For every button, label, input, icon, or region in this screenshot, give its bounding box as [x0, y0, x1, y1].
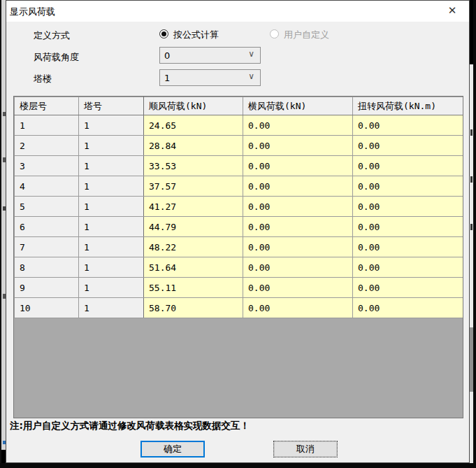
tower-cell[interactable]: 1: [79, 278, 144, 298]
torsion-cell[interactable]: 0.00: [353, 217, 463, 237]
background-bottom-strip: [0, 463, 476, 468]
table-row: 2 1 28.84 0.00 0.00: [15, 136, 463, 156]
chevron-down-icon: ∨: [248, 49, 254, 59]
table-row: 7 1 48.22 0.00 0.00: [15, 237, 463, 257]
torsion-cell[interactable]: 0.00: [353, 278, 463, 298]
tower-cell[interactable]: 1: [79, 156, 144, 176]
column-header-floor: 楼层号: [15, 97, 79, 115]
alongwind-cell[interactable]: 37.57: [144, 176, 243, 197]
ok-button[interactable]: 确定: [140, 441, 205, 458]
column-header-alongwind: 顺风荷载(kN): [144, 97, 243, 115]
floor-cell[interactable]: 3: [15, 156, 79, 176]
crosswind-cell[interactable]: 0.00: [243, 237, 353, 257]
background-left-strip: [0, 0, 6, 468]
tower-cell[interactable]: 1: [79, 136, 144, 156]
torsion-cell[interactable]: 0.00: [353, 197, 463, 217]
radio-by-formula-label[interactable]: 按公式计算: [173, 29, 219, 41]
tower-value: 1: [164, 73, 170, 83]
close-button[interactable]: ✕: [437, 1, 468, 20]
tower-cell[interactable]: 1: [79, 298, 144, 318]
torsion-cell[interactable]: 0.00: [353, 257, 463, 278]
crosswind-cell[interactable]: 0.00: [243, 197, 353, 217]
torsion-cell[interactable]: 0.00: [353, 115, 463, 136]
crosswind-cell[interactable]: 0.00: [243, 176, 353, 197]
torsion-cell[interactable]: 0.00: [353, 237, 463, 257]
radio-user-defined-label: 用户自定义: [284, 29, 329, 41]
crosswind-cell[interactable]: 0.00: [243, 298, 353, 318]
alongwind-cell[interactable]: 41.27: [144, 197, 243, 217]
floor-cell[interactable]: 6: [15, 217, 79, 237]
wind-load-table: 楼层号 塔号 顺风荷载(kN) 横风荷载(kN) 扭转风荷载(kN.m) 1 1…: [14, 97, 463, 318]
wind-load-grid: 楼层号 塔号 顺风荷载(kN) 横风荷载(kN) 扭转风荷载(kN.m) 1 1…: [13, 96, 463, 418]
table-row: 9 1 55.11 0.00 0.00: [15, 278, 463, 298]
alongwind-cell[interactable]: 48.22: [144, 237, 243, 257]
table-row: 8 1 51.64 0.00 0.00: [15, 257, 463, 278]
radio-by-formula[interactable]: [159, 29, 168, 38]
table-row: 3 1 33.53 0.00 0.00: [15, 156, 463, 176]
column-header-torsion: 扭转风荷载(kN.m): [353, 97, 463, 115]
table-row: 6 1 44.79 0.00 0.00: [15, 217, 463, 237]
floor-cell[interactable]: 8: [15, 257, 79, 278]
table-row: 5 1 41.27 0.00 0.00: [15, 197, 463, 217]
floor-cell[interactable]: 9: [15, 278, 79, 298]
column-header-crosswind: 横风荷载(kN): [243, 97, 353, 115]
crosswind-cell[interactable]: 0.00: [243, 217, 353, 237]
crosswind-cell[interactable]: 0.00: [243, 115, 353, 136]
floor-cell[interactable]: 1: [15, 115, 79, 136]
crosswind-cell[interactable]: 0.00: [243, 136, 353, 156]
torsion-cell[interactable]: 0.00: [353, 298, 463, 318]
tower-cell[interactable]: 1: [79, 197, 144, 217]
wind-load-dialog: 显示风荷载 ✕ 定义方式 按公式计算 用户自定义 风荷载角度 0 ∨ 塔楼 1 …: [6, 0, 470, 463]
alongwind-cell[interactable]: 44.79: [144, 217, 243, 237]
tower-label: 塔楼: [34, 73, 52, 85]
tower-cell[interactable]: 1: [79, 257, 144, 278]
floor-cell[interactable]: 5: [15, 197, 79, 217]
note-text: 注:用户自定义方式请通过修改风荷载表格实现数据交互！: [10, 420, 250, 432]
tower-cell[interactable]: 1: [79, 237, 144, 257]
alongwind-cell[interactable]: 24.65: [144, 115, 243, 136]
wind-angle-select[interactable]: 0 ∨: [159, 47, 261, 64]
floor-cell[interactable]: 7: [15, 237, 79, 257]
floor-cell[interactable]: 4: [15, 176, 79, 197]
table-row: 1 1 24.65 0.00 0.00: [15, 115, 463, 136]
close-icon: ✕: [448, 4, 457, 17]
column-header-tower: 塔号: [79, 97, 144, 115]
table-row: 10 1 58.70 0.00 0.00: [15, 298, 463, 318]
crosswind-cell[interactable]: 0.00: [243, 257, 353, 278]
torsion-cell[interactable]: 0.00: [353, 176, 463, 197]
crosswind-cell[interactable]: 0.00: [243, 156, 353, 176]
title-bar: 显示风荷载 ✕: [6, 1, 469, 22]
screenshot-root: 显示风荷载 ✕ 定义方式 按公式计算 用户自定义 风荷载角度 0 ∨ 塔楼 1 …: [0, 0, 476, 468]
floor-cell[interactable]: 2: [15, 136, 79, 156]
torsion-cell[interactable]: 0.00: [353, 156, 463, 176]
tower-cell[interactable]: 1: [79, 115, 144, 136]
chevron-down-icon: ∨: [248, 71, 254, 81]
alongwind-cell[interactable]: 55.11: [144, 278, 243, 298]
floor-cell[interactable]: 10: [15, 298, 79, 318]
alongwind-cell[interactable]: 51.64: [144, 257, 243, 278]
table-header-row: 楼层号 塔号 顺风荷载(kN) 横风荷载(kN) 扭转风荷载(kN.m): [15, 97, 463, 115]
background-right-strip: [470, 0, 476, 468]
wind-angle-value: 0: [164, 50, 170, 61]
table-row: 4 1 37.57 0.00 0.00: [15, 176, 463, 197]
alongwind-cell[interactable]: 28.84: [144, 136, 243, 156]
cancel-button[interactable]: 取消: [273, 441, 338, 458]
tower-cell[interactable]: 1: [79, 176, 144, 197]
crosswind-cell[interactable]: 0.00: [243, 278, 353, 298]
tower-cell[interactable]: 1: [79, 217, 144, 237]
alongwind-cell[interactable]: 58.70: [144, 298, 243, 318]
radio-user-defined[interactable]: [270, 29, 279, 38]
define-method-label: 定义方式: [34, 29, 70, 42]
alongwind-cell[interactable]: 33.53: [144, 156, 243, 176]
dialog-title: 显示风荷载: [10, 6, 55, 18]
tower-select[interactable]: 1 ∨: [159, 69, 261, 86]
torsion-cell[interactable]: 0.00: [353, 136, 463, 156]
wind-angle-label: 风荷载角度: [34, 51, 79, 64]
